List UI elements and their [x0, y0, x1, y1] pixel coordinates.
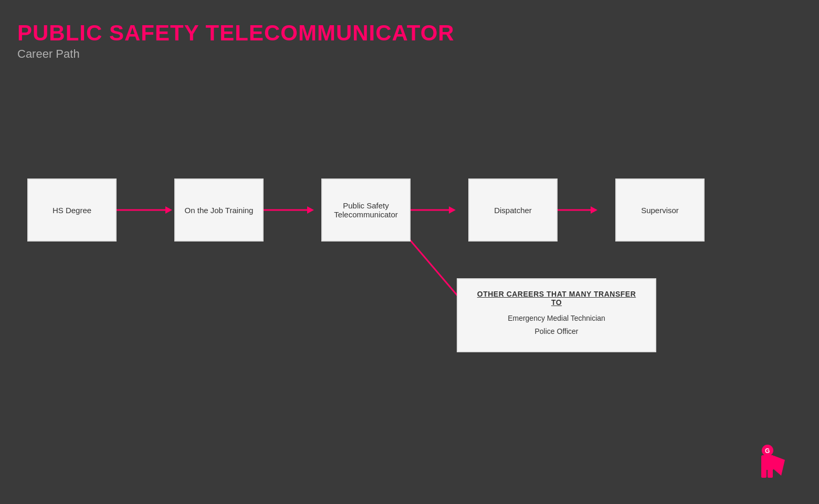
svg-text:G: G [765, 447, 770, 455]
brand-logo-area: G [751, 439, 788, 483]
supervisor-label: Supervisor [641, 206, 679, 215]
other-career-item-1: Emergency Medial Technician [474, 312, 639, 325]
svg-rect-11 [761, 455, 774, 470]
dispatcher-box: Dispatcher [468, 178, 558, 242]
svg-marker-14 [774, 456, 785, 476]
dispatcher-label: Dispatcher [494, 206, 532, 215]
page-header: PUBLIC SAFETY TELECOMMUNICATOR Career Pa… [17, 21, 455, 61]
other-careers-title: OTHER CAREERS THAT MANY TRANSFER TO [474, 290, 639, 307]
page-title: PUBLIC SAFETY TELECOMMUNICATOR [17, 21, 455, 45]
other-careers-box: OTHER CAREERS THAT MANY TRANSFER TO Emer… [457, 278, 656, 352]
ojt-box: On the Job Training [174, 178, 264, 242]
career-diagram: HS Degree On the Job Training Public Saf… [26, 147, 793, 410]
other-career-item-2: Police Officer [474, 325, 639, 338]
supervisor-box: Supervisor [615, 178, 705, 242]
superhero-logo: G [751, 439, 788, 481]
svg-rect-12 [761, 468, 766, 478]
career-row: HS Degree On the Job Training Public Saf… [26, 178, 793, 242]
career-path-subtitle: Career Path [17, 47, 455, 61]
pst-box: Public Safety Telecommunicator [321, 178, 411, 242]
ojt-label: On the Job Training [185, 206, 254, 215]
hs-degree-box: HS Degree [27, 178, 117, 242]
hs-degree-label: HS Degree [52, 206, 91, 215]
svg-rect-13 [768, 468, 773, 478]
pst-label: Public Safety Telecommunicator [328, 201, 404, 219]
